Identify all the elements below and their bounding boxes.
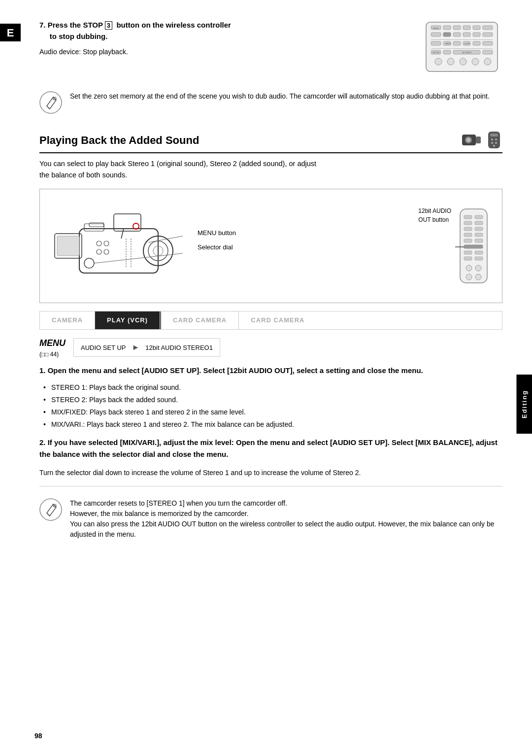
final-tip-icon: [39, 498, 64, 524]
svg-rect-17: [453, 41, 461, 45]
out-button-label: OUT button: [418, 215, 451, 224]
svg-point-35: [40, 92, 62, 113]
svg-rect-81: [464, 251, 472, 254]
svg-point-60: [97, 249, 101, 254]
diagram-labels-area: MENU button Selector dial: [198, 199, 236, 254]
svg-rect-65: [89, 223, 104, 227]
svg-rect-78: [464, 239, 472, 242]
svg-rect-21: [473, 41, 480, 45]
svg-point-87: [466, 274, 472, 280]
heading-icons: [461, 131, 502, 149]
svg-rect-48: [79, 229, 158, 273]
playing-back-heading: Playing Back the Added Sound: [39, 131, 502, 153]
svg-rect-73: [475, 221, 483, 225]
svg-point-47: [493, 145, 495, 147]
playing-back-title: Playing Back the Added Sound: [39, 132, 199, 148]
svg-rect-5: [463, 26, 470, 30]
svg-rect-3: [443, 26, 451, 30]
svg-rect-83: [464, 257, 472, 260]
final-note-text: The camcorder resets to [STEREO 1] when …: [70, 498, 502, 540]
svg-point-62: [84, 258, 94, 268]
diagram-labels: MENU button Selector dial: [198, 226, 236, 254]
svg-rect-15: [431, 41, 441, 45]
play-vcr-tab[interactable]: PLAY (VCR): [95, 311, 160, 329]
svg-point-34: [484, 58, 491, 65]
svg-rect-56: [57, 236, 79, 256]
svg-point-90: [40, 499, 62, 520]
e-label: E: [0, 24, 21, 41]
svg-point-31: [447, 58, 454, 65]
menu-ref: (□□ 44): [39, 350, 66, 359]
svg-rect-10: [453, 33, 461, 36]
remote-icon: [486, 131, 502, 149]
bit-audio-label: 12bit AUDIO: [418, 206, 451, 215]
svg-point-32: [460, 58, 466, 65]
svg-point-86: [475, 265, 481, 271]
svg-rect-84: [475, 257, 483, 260]
svg-point-46: [495, 142, 497, 144]
svg-rect-71: [475, 215, 483, 219]
selector-dial-label: Selector dial: [198, 241, 236, 255]
mode-tabs: CAMERA PLAY (VCR) CARD CAMERA CARD CAMER…: [39, 311, 502, 330]
menu-path: AUDIO SET UP ► 12bit AUDIO STEREO1: [73, 338, 220, 357]
tip-note-box: Set the zero set memory at the end of th…: [39, 87, 502, 121]
svg-text:AU INSERT: AU INSERT: [463, 52, 472, 54]
svg-rect-14: [431, 39, 493, 40]
camera-tab[interactable]: CAMERA: [40, 311, 95, 329]
bit-audio-section: 12bit AUDIO OUT button: [418, 206, 492, 285]
svg-rect-6: [473, 26, 480, 30]
svg-text:MENU: MENU: [433, 27, 439, 30]
svg-rect-23: [431, 48, 493, 49]
bullet-2: STEREO 2: Plays back the added sound.: [51, 395, 502, 405]
menu-path-item1: AUDIO SET UP: [81, 343, 126, 353]
diagram-right-side: 12bit AUDIO OUT button: [418, 206, 492, 285]
editing-sidebar-label: Editing: [517, 375, 532, 434]
camcorder-drawing: [50, 199, 207, 293]
svg-rect-77: [475, 233, 483, 237]
svg-point-88: [475, 274, 481, 280]
svg-text:AU DUB: AU DUB: [432, 52, 439, 54]
step-1: 1. Open the menu and select [AUDIO SET U…: [39, 365, 502, 377]
svg-text:PAUSE: PAUSE: [445, 43, 451, 45]
svg-rect-70: [464, 215, 472, 219]
svg-point-30: [435, 58, 442, 65]
menu-path-item2: 12bit AUDIO STEREO1: [145, 343, 213, 353]
svg-rect-26: [443, 50, 451, 54]
turn-selector-note: Turn the selector dial down to increase …: [39, 467, 502, 478]
svg-rect-22: [483, 41, 493, 45]
svg-rect-72: [464, 221, 472, 225]
svg-rect-29: [483, 50, 493, 54]
bullet-1: STEREO 1: Plays back the original sound.: [51, 382, 502, 393]
svg-point-43: [491, 138, 493, 140]
svg-rect-82: [475, 251, 483, 254]
svg-rect-9: [443, 33, 451, 36]
remote-controller-image: MENU PAUSE SLOW AU DU: [424, 20, 502, 77]
step-2: 2. If you have selected [MIX/VARI.], adj…: [39, 437, 502, 460]
svg-line-53: [121, 229, 124, 239]
svg-rect-54: [84, 224, 104, 231]
bit-audio-labels: 12bit AUDIO OUT button: [418, 206, 451, 224]
menu-button-label: MENU button: [198, 226, 236, 241]
page-number: 98: [34, 731, 42, 741]
svg-rect-11: [463, 33, 470, 36]
section-7-title: 7. Press the STOP 3 button on the wirele…: [39, 20, 414, 42]
svg-rect-42: [490, 134, 498, 137]
card-camera-tab-2[interactable]: CARD CAMERA: [239, 311, 316, 329]
bullet-4: MIX/VARI.: Plays back stereo 1 and stere…: [51, 419, 502, 430]
menu-section: MENU (□□ 44) AUDIO SET UP ► 12bit AUDIO …: [39, 337, 502, 359]
svg-rect-38: [476, 137, 481, 143]
menu-label-group: MENU (□□ 44): [39, 337, 66, 359]
svg-point-59: [104, 241, 109, 246]
camcorder-diagram: MENU button Selector dial: [50, 199, 236, 293]
svg-rect-12: [473, 33, 480, 36]
svg-point-40: [466, 138, 470, 142]
tip-icon: [39, 91, 64, 117]
svg-rect-80: [464, 245, 483, 248]
tip-note-text: Set the zero set memory at the end of th…: [70, 91, 490, 102]
step-1-text: 1. Open the menu and select [AUDIO SET U…: [39, 365, 502, 377]
svg-point-45: [491, 142, 493, 144]
bullet-3: MIX/FIXED: Plays back stereo 1 and stere…: [51, 407, 502, 417]
svg-rect-79: [475, 239, 483, 242]
diagram-box: MENU button Selector dial 12bit AUDIO OU…: [39, 189, 502, 303]
card-camera-tab-1[interactable]: CARD CAMERA: [161, 311, 239, 329]
